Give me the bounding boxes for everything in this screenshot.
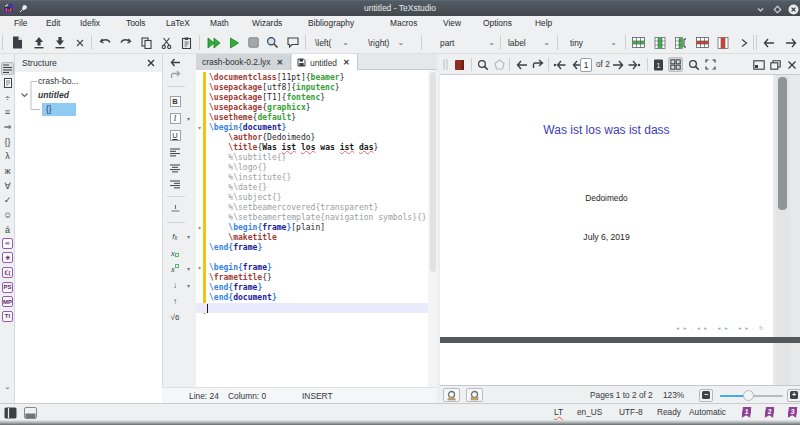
menu-edit[interactable]: Edit bbox=[46, 16, 60, 31]
format-arrow-down-dropdown-icon[interactable]: ▾ bbox=[187, 282, 195, 290]
cut-button[interactable] bbox=[159, 35, 174, 50]
code-line-21[interactable]: \frametitle{} bbox=[196, 273, 437, 283]
format-root-button[interactable]: √6 bbox=[168, 311, 182, 324]
panel-icon-misc-math[interactable]: ∀ bbox=[1, 179, 14, 192]
pdf-scroll-tool[interactable] bbox=[492, 57, 507, 72]
format-arrow-up-button[interactable]: ↑ bbox=[168, 295, 182, 308]
panel-icon-wasysym[interactable]: ☺ bbox=[1, 208, 14, 221]
pdf-magnifier-tool[interactable] bbox=[475, 57, 490, 72]
panel-icon-relations[interactable]: ≡ bbox=[1, 106, 14, 119]
code-line-5[interactable]: \usetheme{default} bbox=[196, 113, 437, 123]
panel-icon-delimiters[interactable]: {} bbox=[1, 135, 14, 148]
format-underline-button[interactable]: U bbox=[168, 129, 182, 142]
format-align-center-button[interactable] bbox=[168, 162, 182, 175]
panel-icon-structure[interactable] bbox=[1, 62, 14, 75]
code-line-10[interactable]: %\logo{} bbox=[196, 163, 437, 173]
scrollbar-handle[interactable] bbox=[430, 72, 436, 272]
build-and-view-button[interactable] bbox=[206, 35, 223, 50]
menu-help[interactable]: Help bbox=[535, 16, 552, 31]
paste-column-button[interactable] bbox=[674, 35, 688, 50]
pdf-content[interactable]: Was ist los was ist dass Dedoimedo July … bbox=[440, 75, 800, 387]
menu-view[interactable]: View bbox=[443, 16, 461, 31]
maximize-button[interactable] bbox=[772, 4, 783, 15]
pdf-next-page-button[interactable] bbox=[610, 57, 625, 72]
menu-wizards[interactable]: Wizards bbox=[252, 16, 282, 31]
toggle-bottom-panel-button[interactable] bbox=[24, 407, 37, 419]
code-line-15[interactable]: %\setbeamertemplate{navigation symbols}{… bbox=[196, 213, 437, 223]
pdf-last-page-button[interactable] bbox=[627, 57, 642, 72]
pdf-magnifier-round-button[interactable] bbox=[443, 388, 460, 402]
bookmark-1-button[interactable]: 1 bbox=[741, 407, 751, 418]
code-line-14[interactable]: %\setbeamercovered{transparent} bbox=[196, 203, 437, 213]
pdf-document-icon[interactable] bbox=[452, 57, 467, 72]
structure-item-block[interactable]: {} bbox=[42, 103, 76, 116]
format-superscript-dropdown-icon[interactable]: ▾ bbox=[187, 265, 195, 273]
new-document-button[interactable] bbox=[10, 35, 25, 50]
panel-icon-greek[interactable]: λ bbox=[1, 150, 14, 163]
save-button[interactable] bbox=[52, 35, 67, 50]
comment-button[interactable] bbox=[285, 35, 300, 50]
language-indicator[interactable]: en_US bbox=[577, 404, 602, 421]
code-line-17[interactable]: \maketitle bbox=[196, 233, 437, 243]
remove-column-button[interactable] bbox=[716, 35, 730, 50]
fold-marker[interactable]: ▾ bbox=[196, 263, 203, 273]
pdf-single-page-view-button[interactable]: 1 bbox=[651, 57, 666, 72]
menu-tools[interactable]: Tools bbox=[126, 16, 146, 31]
format-bold-button[interactable]: B bbox=[168, 95, 182, 108]
pdf-page-input[interactable]: 1 bbox=[580, 58, 592, 72]
pdf-windowed-button[interactable] bbox=[751, 57, 766, 72]
code-line-16[interactable]: \begin{frame}[plain] bbox=[196, 223, 437, 233]
section-combo[interactable]: part ⌄ bbox=[440, 34, 495, 51]
close-button[interactable] bbox=[788, 4, 799, 15]
bookmark-3-button[interactable]: 3 bbox=[787, 407, 797, 418]
pdf-magnifier-rect-button[interactable] bbox=[466, 388, 483, 402]
code-line-13[interactable]: %\subject{} bbox=[196, 193, 437, 203]
zoom-out-button[interactable]: − bbox=[699, 389, 713, 402]
view-log-button[interactable] bbox=[265, 35, 280, 50]
code-line-12[interactable]: %\date{} bbox=[196, 183, 437, 193]
titlebar[interactable]: untitled - TeXstudio bbox=[0, 0, 800, 16]
menu-bibliography[interactable]: Bibliography bbox=[308, 16, 354, 31]
panel-icon-complex-panel[interactable]: ℂ( bbox=[2, 267, 13, 278]
go-forward-button[interactable] bbox=[783, 35, 798, 50]
tab-untitled[interactable]: untitled ✕ bbox=[292, 54, 358, 71]
pdf-back-button[interactable] bbox=[514, 57, 529, 72]
add-row-button[interactable] bbox=[631, 35, 645, 50]
pdf-zoom-button[interactable] bbox=[686, 57, 701, 72]
minimize-button[interactable] bbox=[755, 4, 766, 15]
panel-icon-operators[interactable]: ÷ bbox=[1, 91, 14, 104]
remove-row-button[interactable] bbox=[695, 35, 709, 50]
code-line-9[interactable]: %\subtitle{} bbox=[196, 153, 437, 163]
font-size-combo[interactable]: tiny ⌄ bbox=[570, 34, 617, 51]
panel-icon-misc-text[interactable]: ✓ bbox=[1, 194, 14, 207]
format-forward-button[interactable] bbox=[168, 68, 182, 81]
pdf-detach-button[interactable] bbox=[768, 57, 783, 72]
code-line-18[interactable]: \end{frame} bbox=[196, 243, 437, 253]
panel-icon-metapost-panel[interactable]: MP bbox=[2, 296, 13, 307]
panel-icon-tikz-panel[interactable]: TI bbox=[2, 311, 13, 322]
close-file-button[interactable] bbox=[72, 35, 87, 50]
code-line-24[interactable] bbox=[196, 303, 437, 313]
zoom-slider-handle[interactable] bbox=[743, 390, 754, 401]
toolbar-grip[interactable] bbox=[443, 59, 449, 70]
undo-button[interactable] bbox=[98, 35, 113, 50]
code-line-8[interactable]: \title{Was ist los was ist das} bbox=[196, 143, 437, 153]
code-line-19[interactable] bbox=[196, 253, 437, 263]
toggle-side-panel-button[interactable] bbox=[4, 407, 17, 419]
panel-icon-arrows[interactable]: ⇒ bbox=[1, 121, 14, 134]
menu-math[interactable]: Math bbox=[210, 16, 229, 31]
format-subscript-button[interactable]: x bbox=[168, 246, 182, 259]
code-editor[interactable]: \documentclass[11pt]{beamer}\usepackage[… bbox=[196, 70, 437, 387]
bookmark-2-button[interactable]: 2 bbox=[764, 407, 774, 418]
copy-button[interactable] bbox=[139, 35, 154, 50]
pdf-grid-view-button[interactable] bbox=[668, 57, 683, 72]
panel-icon-infinity-panel[interactable]: ∞ bbox=[2, 238, 13, 249]
code-line-2[interactable]: \usepackage[utf8]{inputenc} bbox=[196, 83, 437, 93]
code-line-11[interactable]: %\institute{} bbox=[196, 173, 437, 183]
zoom-in-button[interactable]: + bbox=[787, 389, 800, 402]
code-line-20[interactable]: \begin{frame} bbox=[196, 263, 437, 273]
code-line-6[interactable]: \begin{document} bbox=[196, 123, 437, 133]
code-line-3[interactable]: \usepackage[T1]{fontenc} bbox=[196, 93, 437, 103]
paste-button[interactable] bbox=[179, 35, 194, 50]
panel-icon-bookmarks[interactable] bbox=[1, 77, 14, 90]
